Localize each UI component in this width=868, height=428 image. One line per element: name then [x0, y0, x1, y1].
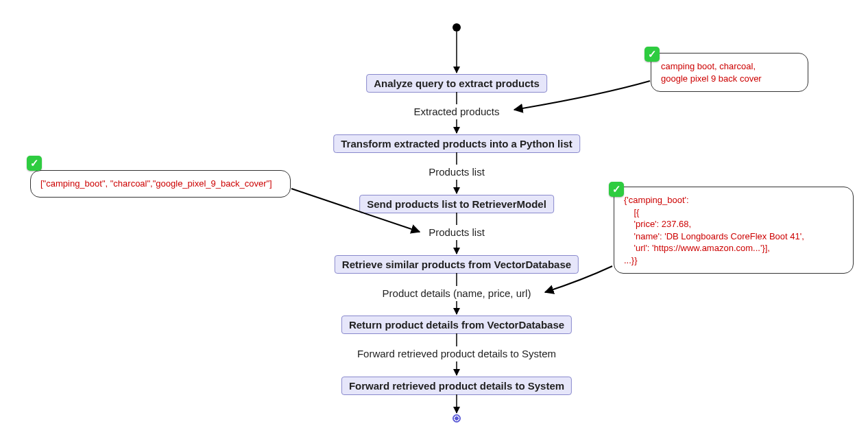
end-node — [453, 414, 461, 423]
step-retrieve-vector: Retrieve similar products from VectorDat… — [335, 255, 579, 274]
check-icon: ✓ — [609, 182, 624, 197]
note-left: ["camping_boot", "charcoal","google_pixe… — [30, 170, 291, 198]
note-top-right: camping boot, charcoal, google pixel 9 b… — [651, 53, 808, 92]
check-icon: ✓ — [27, 156, 42, 171]
edge-extracted-products: Extracted products — [413, 106, 499, 117]
note-left-text: ["camping_boot", "charcoal","google_pixe… — [40, 178, 272, 189]
edge-products-list-1: Products list — [429, 166, 485, 178]
diagram-canvas: Analyze query to extract products Extrac… — [0, 0, 868, 428]
check-icon: ✓ — [644, 47, 660, 62]
note-top-right-text: camping boot, charcoal, google pixel 9 b… — [661, 61, 762, 84]
step-transform-list: Transform extracted products into a Pyth… — [333, 134, 580, 153]
edge-products-list-2: Products list — [429, 226, 485, 238]
edge-product-details: Product details (name, price, url) — [383, 287, 531, 299]
step-send-retriever: Send products list to RetrieverModel — [359, 195, 554, 213]
note-right-text: {'camping_boot': [{ 'price': 237.68, 'na… — [624, 195, 804, 265]
step-forward-system: Forward retrieved product details to Sys… — [341, 377, 572, 395]
step-analyze-query: Analyze query to extract products — [366, 74, 547, 93]
start-node — [453, 23, 461, 32]
note-right: {'camping_boot': [{ 'price': 237.68, 'na… — [614, 187, 854, 274]
step-return-details: Return product details from VectorDataba… — [341, 316, 572, 334]
edge-forward-details: Forward retrieved product details to Sys… — [357, 348, 556, 359]
